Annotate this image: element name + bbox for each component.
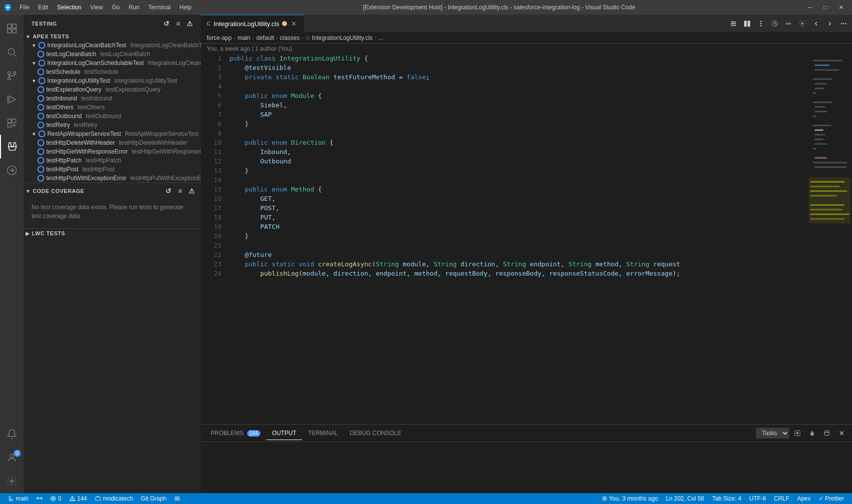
compare-button[interactable] (782, 17, 795, 30)
test-expiration-query[interactable]: testExpierationQuery testExpierationQuer… (24, 85, 201, 94)
remote-info-status[interactable]: ⚙ You, 3 months ago (598, 493, 662, 504)
tab-size-label: Tab Size: 4 (712, 495, 741, 502)
panel-lock-button[interactable] (806, 427, 819, 440)
test-outbound[interactable]: testOutbound testOutbound (24, 112, 201, 121)
test-http-put-exception[interactable]: testHttpPutWithExceptionError testHttpPu… (24, 174, 201, 183)
suite-integration-log-clean-batch[interactable]: ▼ IntegrationLogCleanBatchTest Integrati… (24, 41, 201, 50)
maximize-button[interactable]: □ (819, 2, 832, 12)
coverage-header[interactable]: ▼ CODE COVERAGE ↺ ≡ ⚠ (24, 183, 201, 199)
activity-search[interactable] (0, 40, 24, 64)
tab-size-status[interactable]: Tab Size: 4 (708, 493, 745, 504)
menu-go[interactable]: Go (108, 3, 124, 12)
code-content[interactable]: public class IntegrationLogUtility { @te… (225, 54, 808, 424)
next-change-button[interactable] (823, 17, 836, 30)
menu-help[interactable]: Help (176, 3, 196, 12)
tab-debug-console[interactable]: DEBUG CONSOLE (344, 427, 408, 440)
language-mode-label: Apex (797, 495, 811, 502)
coverage-refresh-button[interactable]: ↺ (163, 186, 173, 196)
breadcrumb-ellipsis[interactable]: ... (379, 34, 383, 41)
test-log-clean-batch[interactable]: testLogCleanBatch testLogCleanBatch (24, 50, 201, 59)
svg-point-71 (72, 500, 72, 501)
tab-close-button[interactable]: ✕ (290, 20, 298, 28)
open-editors-button[interactable] (727, 17, 740, 30)
panel-maximize-button[interactable] (820, 427, 833, 440)
menu-view[interactable]: View (86, 3, 107, 12)
test-http-delete-header[interactable]: testHttpDeleteWithHeader testHttpDeleteW… (24, 138, 201, 147)
warnings-status[interactable]: 144 (65, 493, 91, 504)
activity-extensions[interactable] (0, 111, 24, 135)
more-actions-button[interactable] (755, 17, 767, 30)
git-sync-status[interactable] (32, 493, 46, 504)
breadcrumb-force-app[interactable]: force-app (207, 34, 232, 41)
coverage-filter-button[interactable]: ≡ (175, 186, 185, 196)
timeline-button[interactable] (768, 17, 781, 30)
git-graph-status[interactable]: Git Graph (137, 493, 170, 504)
activity-salesforce[interactable] (0, 158, 24, 182)
test-http-post[interactable]: testHttpPost testHttpPost (24, 165, 201, 174)
breadcrumb-file[interactable]: IntegrationLogUtility.cls (312, 34, 373, 41)
file-type-icon: C (207, 21, 211, 27)
tab-output[interactable]: OUTPUT (266, 427, 302, 440)
panel-new-terminal-button[interactable] (791, 427, 804, 440)
refresh-tests-button[interactable]: ↺ (161, 19, 171, 29)
minimap-content (808, 54, 852, 424)
test-retry[interactable]: testRetry testRetry (24, 121, 201, 129)
activity-source-control[interactable] (0, 64, 24, 88)
menu-run[interactable]: Run (125, 3, 143, 12)
menu-status[interactable] (170, 493, 184, 504)
svg-point-15 (10, 480, 13, 483)
tasks-dropdown[interactable]: Tasks (756, 428, 789, 439)
menu-terminal[interactable]: Terminal (144, 3, 174, 12)
test-inbound[interactable]: testInbound testInbound (24, 94, 201, 103)
breadcrumb-default[interactable]: default (256, 34, 274, 41)
activity-explorer[interactable] (0, 17, 24, 40)
test-http-get-response-error[interactable]: testHttpGetWithResponseError testHttpGet… (24, 147, 201, 156)
suite-integration-log-clean-schedulable[interactable]: ▼ IntegrationLogCleanSchedulableTest Int… (24, 59, 201, 67)
encoding-status[interactable]: UTF-8 (745, 493, 770, 504)
suite2-status-icon (38, 60, 45, 66)
prev-change-button[interactable] (810, 17, 822, 30)
panel-close-button[interactable] (835, 427, 848, 440)
warning-button[interactable]: ⚠ (185, 19, 195, 29)
git-branch-status[interactable]: main (4, 493, 32, 504)
close-button[interactable]: ✕ (834, 2, 848, 12)
activity-testing[interactable] (0, 135, 24, 158)
errors-status[interactable]: 0 (46, 493, 65, 504)
activity-account[interactable]: 2 (0, 446, 24, 470)
activity-run[interactable] (0, 88, 24, 111)
filter-tests-button[interactable]: ≡ (173, 19, 183, 29)
menu-file[interactable]: File (16, 3, 33, 12)
menu-edit[interactable]: Edit (34, 3, 52, 12)
test5-secondary: testOthers (77, 104, 104, 111)
svg-rect-40 (815, 134, 825, 135)
suite-integration-log-utility[interactable]: ▼ IntegrationLogUtilityTest IntegrationL… (24, 76, 201, 85)
apex-tests-section[interactable]: ▼ APEX TESTS (24, 32, 201, 41)
tab-integration-log-utility[interactable]: C IntegrationLogUtility.cls ✕ (201, 15, 304, 32)
output-label: OUTPUT (272, 430, 296, 437)
split-editor-button[interactable] (741, 17, 754, 30)
test-schedule[interactable]: testSchedule testSchedule (24, 67, 201, 76)
lwc-tests-section[interactable]: ▶ LWC TESTS (24, 228, 201, 238)
test-others[interactable]: testOthers testOthers (24, 103, 201, 112)
prettier-status[interactable]: ✓ Prettier (815, 493, 848, 504)
minimize-button[interactable]: ─ (803, 2, 817, 12)
remote-status[interactable]: modicatech (91, 493, 137, 504)
suite-rest-api-wrapper[interactable]: ▼ RestApiWrapperServiceTest RestApiWrapp… (24, 129, 201, 138)
more-editor-button[interactable] (837, 17, 850, 30)
activity-settings[interactable] (0, 470, 24, 493)
test1-name: testLogCleanBatch (46, 51, 96, 58)
tab-problems[interactable]: PROBLEMS 144 (205, 427, 266, 440)
cursor-position-status[interactable]: Ln 202, Col 56 (662, 493, 708, 504)
settings-editor-button[interactable] (796, 17, 809, 30)
svg-point-24 (843, 23, 845, 24)
line-ending-status[interactable]: CRLF (770, 493, 793, 504)
tab-terminal[interactable]: TERMINAL (302, 427, 344, 440)
svg-rect-75 (175, 500, 180, 500)
breadcrumb-main[interactable]: main (238, 34, 251, 41)
menu-selection[interactable]: Selection (53, 3, 85, 12)
test-http-patch[interactable]: testHttpPatch testHttpPatch (24, 156, 201, 165)
breadcrumb-classes[interactable]: classes (280, 34, 300, 41)
language-mode-status[interactable]: Apex (793, 493, 815, 504)
activity-notifications[interactable] (0, 422, 24, 446)
coverage-warning-button[interactable]: ⚠ (187, 186, 197, 196)
